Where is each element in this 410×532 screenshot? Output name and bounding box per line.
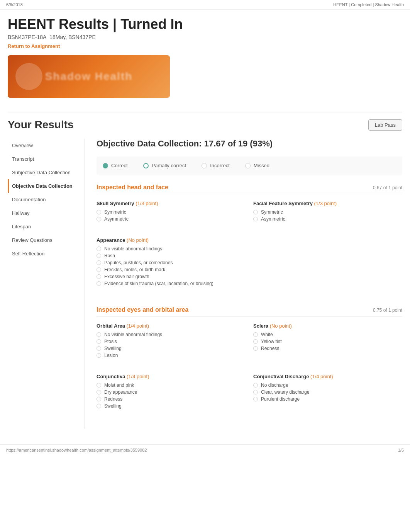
lab-pass-button[interactable]: Lab Pass (368, 119, 402, 131)
answer-dot-1-2-0 (97, 383, 101, 388)
question-title-1-2: Conjunctiva (1/4 point) (97, 374, 246, 379)
banner-logo-circle (15, 63, 42, 90)
legend-label-missed: Missed (254, 163, 269, 168)
answer-label-0-1-0: Symmetric (261, 209, 283, 215)
question-title-0-1: Facial Feature Symmetry (1/3 point) (253, 201, 402, 206)
sidebar-item-transcript[interactable]: Transcript (8, 152, 81, 166)
answer-item-0-1-1: Asymmetric (253, 216, 402, 222)
sidebar-item-documentation[interactable]: Documentation (8, 193, 81, 206)
question-block-0-0: Skull Symmetry (1/3 point)SymmetricAsymm… (97, 201, 246, 223)
answer-dot-0-2-0 (97, 246, 101, 251)
subsection-title-1: Inspected eyes and orbital area (97, 306, 188, 313)
answer-item-1-0-1: Ptosis (97, 339, 246, 344)
question-title-1-0: Orbital Area (1/4 point) (97, 323, 246, 329)
answer-item-0-2-4: Excessive hair growth (97, 274, 402, 279)
answer-dot-1-2-2 (97, 397, 101, 401)
sidebar-item-objective-data-collection[interactable]: Objective Data Collection (8, 179, 81, 193)
answer-dot-1-2-3 (97, 404, 101, 408)
subsection-score-1: 0.75 of 1 point (373, 308, 402, 313)
sidebar-item-lifespan[interactable]: Lifespan (8, 220, 81, 233)
answer-label-1-1-0: White (261, 332, 273, 337)
answer-label-0-2-0: No visible abnormal findings (104, 246, 162, 252)
subsections-container: Inspected head and face0.67 of 1 pointSk… (97, 184, 402, 416)
question-title-0-0: Skull Symmetry (1/3 point) (97, 201, 246, 206)
your-results-title: Your Results (8, 119, 74, 131)
answer-label-1-0-2: Swelling (104, 346, 122, 351)
answer-label-1-3-2: Purulent discharge (261, 396, 300, 402)
answer-item-0-2-5: Evidence of skin trauma (scar, laceratio… (97, 281, 402, 286)
legend-item-incorrect: Incorrect (202, 163, 230, 168)
answer-item-0-2-2: Papules, pustules, or comedones (97, 260, 402, 265)
answer-item-1-3-0: No discharge (253, 382, 402, 388)
question-block-0-2: Appearance (No point)No visible abnormal… (97, 237, 402, 288)
legend-dot-correct (103, 163, 108, 168)
sidebar-item-review-questions[interactable]: Review Questions (8, 233, 81, 247)
answer-item-1-3-2: Purulent discharge (253, 396, 402, 402)
answer-dot-1-2-1 (97, 390, 101, 394)
section-heading: Objective Data Collection: 17.67 of 19 (… (97, 139, 402, 149)
answer-dot-1-0-2 (97, 346, 101, 351)
answer-label-0-2-1: Rash (104, 253, 115, 258)
answer-item-1-1-0: White (253, 332, 402, 337)
question-title-1-3: Conjunctival Discharge (1/4 point) (253, 374, 402, 379)
subsection-0: Inspected head and face0.67 of 1 pointSk… (97, 184, 402, 294)
answer-dot-1-0-3 (97, 353, 101, 358)
question-block-1-2: Conjunctiva (1/4 point)Moist and pinkDry… (97, 374, 246, 410)
answer-item-1-2-2: Redness (97, 396, 246, 402)
legend-label-correct: Correct (111, 163, 128, 168)
answer-label-1-0-0: No visible abnormal findings (104, 332, 162, 337)
answer-dot-0-1-1 (253, 217, 258, 221)
point-label: (1/4 point) (127, 374, 149, 379)
answer-item-0-0-1: Asymmetric (97, 216, 246, 222)
answer-label-1-0-1: Ptosis (104, 339, 117, 344)
subsection-title-0: Inspected head and face (97, 184, 168, 191)
sidebar-item-hallway[interactable]: Hallway (8, 206, 81, 220)
questions-grid-0: Skull Symmetry (1/3 point)SymmetricAsymm… (97, 201, 402, 294)
answer-label-0-2-4: Excessive hair growth (104, 274, 149, 279)
answer-dot-1-3-2 (253, 397, 258, 401)
answer-item-1-0-0: No visible abnormal findings (97, 332, 246, 337)
answer-item-1-2-0: Moist and pink (97, 382, 246, 388)
point-label: (No point) (127, 237, 149, 243)
your-results-section: Your Results Lab Pass OverviewTranscript… (8, 112, 402, 429)
legend-item-missed: Missed (245, 163, 269, 168)
page-subtitle: BSN437PE-18A_18May, BSN437PE (8, 34, 402, 40)
answer-item-1-0-2: Swelling (97, 346, 246, 351)
answer-item-0-0-0: Symmetric (97, 209, 246, 215)
main-layout: OverviewTranscriptSubjective Data Collec… (8, 139, 402, 429)
answer-dot-1-0-0 (97, 332, 101, 337)
answer-label-1-1-1: Yellow tint (261, 339, 282, 344)
sidebar-item-self-reflection[interactable]: Self-Reflection (8, 247, 81, 260)
answer-label-1-0-3: Lesion (104, 353, 118, 358)
answer-item-1-2-3: Swelling (97, 403, 246, 409)
answer-dot-0-2-1 (97, 253, 101, 258)
banner-logo-text: Shadow Health (45, 70, 133, 83)
answer-label-1-2-2: Redness (104, 396, 122, 402)
return-to-assignment-link[interactable]: Return to Assignment (8, 43, 60, 49)
browser-title: HEENT | Completed | Shadow Health (333, 2, 404, 7)
question-title-0-2: Appearance (No point) (97, 237, 402, 243)
answer-dot-0-0-0 (97, 210, 101, 214)
page-title: HEENT Results | Turned In (8, 16, 402, 32)
legend-dot-incorrect (202, 163, 207, 168)
answer-label-1-2-0: Moist and pink (104, 382, 134, 388)
sidebar-item-overview[interactable]: Overview (8, 139, 81, 152)
answer-item-0-1-0: Symmetric (253, 209, 402, 215)
results-header: Your Results Lab Pass (8, 119, 402, 131)
answer-dot-1-0-1 (97, 339, 101, 344)
sidebar-item-subjective-data-collection[interactable]: Subjective Data Collection (8, 166, 81, 179)
answer-label-0-2-5: Evidence of skin trauma (scar, laceratio… (104, 281, 213, 286)
legend-label-partial: Partially correct (152, 163, 186, 168)
browser-date: 6/6/2018 (6, 2, 23, 7)
answer-label-1-1-2: Redness (261, 346, 279, 351)
answer-label-0-0-0: Symmetric (104, 209, 126, 215)
answer-label-0-1-1: Asymmetric (261, 216, 285, 222)
answer-label-0-2-2: Papules, pustules, or comedones (104, 260, 173, 265)
answer-dot-1-3-1 (253, 390, 258, 394)
footer-bar: https://americansentinel.shadowhealth.co… (0, 444, 410, 456)
answer-dot-0-2-3 (97, 267, 101, 272)
answer-item-0-2-0: No visible abnormal findings (97, 246, 402, 252)
answer-dot-1-1-1 (253, 339, 258, 344)
answer-dot-0-1-0 (253, 210, 258, 214)
questions-grid-1: Orbital Area (1/4 point)No visible abnor… (97, 323, 402, 416)
